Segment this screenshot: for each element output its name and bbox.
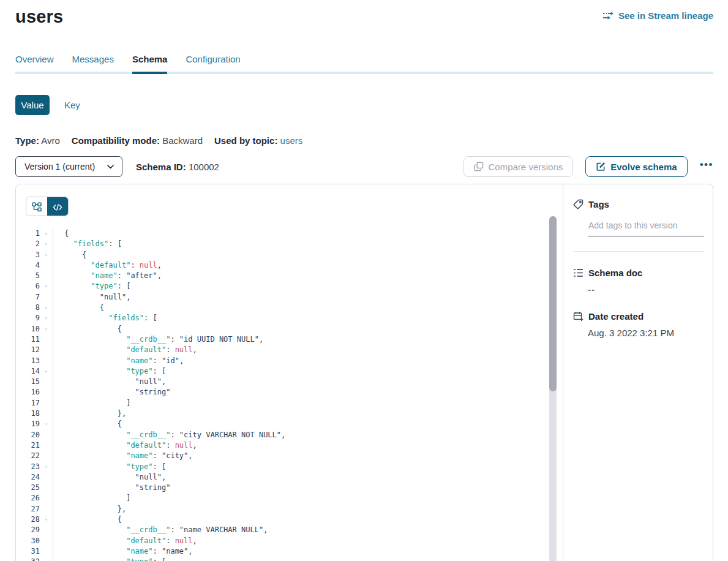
evolve-schema-button[interactable]: Evolve schema xyxy=(585,156,687,177)
compare-versions-icon xyxy=(474,162,484,171)
code-line-text: "null", xyxy=(53,377,563,387)
fold-toggle-icon[interactable]: ▾ xyxy=(40,239,53,249)
fold-toggle-icon[interactable]: ▾ xyxy=(40,228,53,239)
fold-spacer xyxy=(40,472,53,483)
fold-spacer xyxy=(40,493,53,503)
code-line: 31 "name": "name", xyxy=(16,546,563,557)
schema-id-label: Schema ID: xyxy=(136,162,186,172)
fold-toggle-icon[interactable]: ▾ xyxy=(40,324,53,334)
fold-toggle-icon[interactable]: ▾ xyxy=(40,313,53,323)
tag-icon xyxy=(573,199,584,209)
fold-toggle-icon[interactable]: ▾ xyxy=(40,514,53,525)
schema-doc-value: -- xyxy=(588,284,704,295)
fold-spacer xyxy=(40,260,53,271)
tree-view-button[interactable] xyxy=(26,197,47,216)
fold-spacer xyxy=(40,536,53,546)
value-toggle-button[interactable]: Value xyxy=(15,95,50,115)
tab-messages[interactable]: Messages xyxy=(72,54,114,74)
fold-spacer xyxy=(40,334,53,345)
code-line: 13 "name": "id", xyxy=(16,356,563,366)
fold-toggle-icon[interactable]: ▾ xyxy=(40,366,53,377)
code-line: 12 "default": null, xyxy=(16,345,563,355)
editor-view-toggle xyxy=(26,197,69,216)
fold-spacer xyxy=(40,292,53,303)
fold-spacer xyxy=(40,451,53,461)
line-number: 21 xyxy=(16,440,40,451)
version-select[interactable]: Version 1 (current) xyxy=(15,156,122,177)
code-view-button[interactable] xyxy=(47,197,68,216)
fold-toggle-icon[interactable]: ▾ xyxy=(40,419,53,429)
code-line: 2▾ "fields": [ xyxy=(16,239,563,249)
page-header: users See in Stream lineage xyxy=(15,5,713,28)
line-number: 32 xyxy=(16,557,40,561)
fold-toggle-icon[interactable]: ▾ xyxy=(40,462,53,472)
schema-actions: Compare versions Evolve schema ••• xyxy=(463,156,713,177)
code-line: 26 ] xyxy=(16,493,563,503)
line-number: 23 xyxy=(16,462,40,472)
stream-lineage-icon xyxy=(602,11,614,20)
schema-page: users See in Stream lineage OverviewMess… xyxy=(0,0,728,561)
tab-configuration[interactable]: Configuration xyxy=(186,54,240,74)
code-line-text: "string" xyxy=(53,387,563,397)
code-line: 14▾ "type": [ xyxy=(16,366,563,377)
more-options-button[interactable]: ••• xyxy=(700,159,713,175)
scrollbar-thumb[interactable] xyxy=(549,216,557,391)
code-line-text: "fields": [ xyxy=(53,313,563,323)
compare-versions-button[interactable]: Compare versions xyxy=(463,156,574,177)
code-line-text: { xyxy=(53,250,563,260)
code-line: 30 "default": null, xyxy=(16,536,563,546)
code-line-text: "name": "city", xyxy=(53,451,563,461)
code-line-text: "string" xyxy=(53,483,563,493)
date-created-title: Date created xyxy=(588,311,644,322)
fold-spacer xyxy=(40,387,53,397)
stream-lineage-link[interactable]: See in Stream lineage xyxy=(602,5,713,21)
code-line-text: "name": "after", xyxy=(53,271,563,281)
code-line-text: "type": [ xyxy=(53,557,563,561)
tab-schema[interactable]: Schema xyxy=(132,54,168,74)
schema-doc-section: Schema doc -- xyxy=(573,268,704,295)
code-line-text: "name": "name", xyxy=(53,546,563,557)
code-line-text: { xyxy=(53,324,563,334)
code-line: 32▾ "type": [ xyxy=(16,557,563,561)
code-scrollbar[interactable] xyxy=(549,216,557,561)
fold-spacer xyxy=(40,440,53,451)
code-line: 18 }, xyxy=(16,409,563,419)
code-line: 5 "name": "after", xyxy=(16,271,563,281)
topic-link[interactable]: users xyxy=(280,135,303,146)
meta-type: Type: Avro xyxy=(15,135,60,146)
code-line-text: "name": "id", xyxy=(53,356,563,366)
code-line: 21 "default": null, xyxy=(16,440,563,451)
fold-toggle-icon[interactable]: ▾ xyxy=(40,281,53,292)
code-line: 17 ] xyxy=(16,398,563,409)
key-toggle-button[interactable]: Key xyxy=(64,100,80,110)
code-line-text: "default": null, xyxy=(53,536,563,546)
version-toolbar: Version 1 (current) Schema ID: 100002 Co… xyxy=(15,156,713,178)
code-line-text: "fields": [ xyxy=(53,239,563,249)
line-number: 30 xyxy=(16,536,40,546)
line-number: 19 xyxy=(16,419,40,429)
line-number: 29 xyxy=(16,525,40,535)
fold-toggle-icon[interactable]: ▾ xyxy=(40,557,53,561)
code-line: 6▾ "type": [ xyxy=(16,281,563,292)
code-line-text: { xyxy=(53,228,563,239)
schema-meta-row: Type: Avro Compatibility mode: Backward … xyxy=(15,135,713,146)
line-number: 28 xyxy=(16,514,40,525)
line-number: 26 xyxy=(16,493,40,503)
code-line: 7 "null", xyxy=(16,292,563,303)
code-line-text: "__crdb__": "city VARCHAR NOT NULL", xyxy=(53,430,563,440)
fold-spacer xyxy=(40,377,53,387)
fold-toggle-icon[interactable]: ▾ xyxy=(40,303,53,313)
code-line: 22 "name": "city", xyxy=(16,451,563,461)
code-line-text: "default": null, xyxy=(53,440,563,451)
fold-toggle-icon[interactable]: ▾ xyxy=(40,250,53,260)
line-number: 16 xyxy=(16,387,40,397)
tab-overview[interactable]: Overview xyxy=(15,54,54,74)
tab-bar: OverviewMessagesSchemaConfiguration xyxy=(15,54,713,74)
code-line: 23▾ "type": [ xyxy=(16,462,563,472)
code-line: 27 }, xyxy=(16,504,563,514)
schema-doc-title: Schema doc xyxy=(588,268,642,278)
code-view-icon xyxy=(53,203,62,212)
date-created-value: Aug. 3 2022 3:21 PM xyxy=(588,328,704,338)
tags-input[interactable] xyxy=(588,218,704,236)
fold-spacer xyxy=(40,430,53,440)
